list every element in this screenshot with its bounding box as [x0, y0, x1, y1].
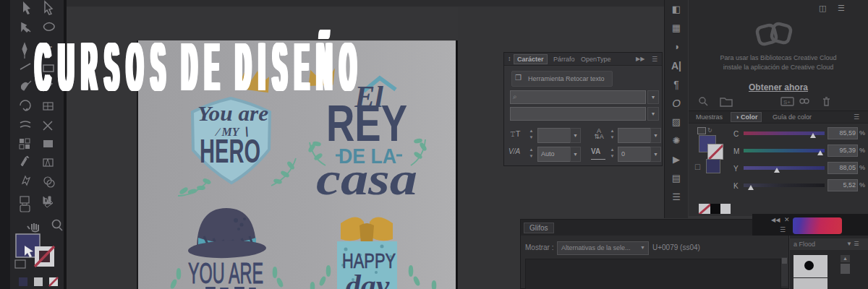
svg-text:day: day: [346, 269, 390, 289]
svg-text:casa: casa: [316, 153, 417, 204]
svg-text:HERO: HERO: [200, 132, 260, 170]
svg-text:S+: S+: [783, 99, 791, 105]
svg-text:YOU ARE: YOU ARE: [188, 256, 263, 289]
